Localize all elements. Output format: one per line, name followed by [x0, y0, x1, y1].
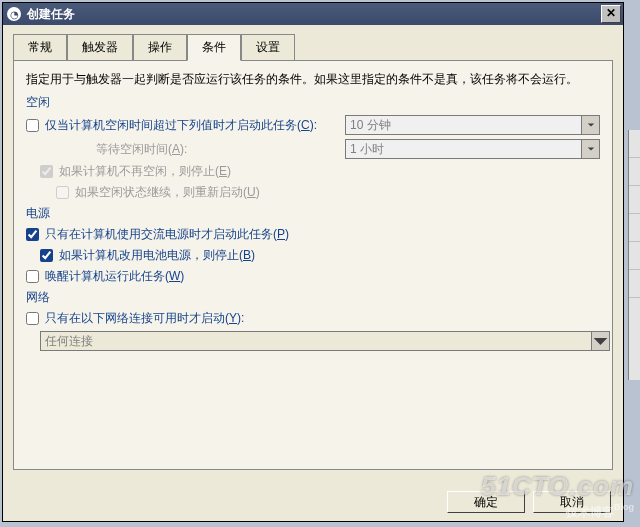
dropdown-wait-duration[interactable] [582, 139, 600, 159]
section-idle: 空闲 [26, 94, 600, 111]
checkbox-stop-on-battery[interactable] [40, 249, 53, 262]
label-stop-on-battery: 如果计算机改用电池电源，则停止(B) [59, 247, 255, 264]
conditions-panel: 指定用于与触发器一起判断是否应运行该任务的条件。如果这里指定的条件不是真，该任务… [13, 60, 613, 470]
row-wait-idle: 等待空闲时间(A): [56, 139, 600, 159]
label-restart-if-idle: 如果空闲状态继续，则重新启动(U) [75, 184, 260, 201]
tab-settings[interactable]: 设置 [241, 34, 295, 61]
checkbox-on-ac-only[interactable] [26, 228, 39, 241]
input-network-connection[interactable] [40, 331, 592, 351]
close-icon[interactable]: ✕ [601, 5, 621, 23]
checkbox-restart-if-idle[interactable] [56, 186, 69, 199]
tab-triggers[interactable]: 触发器 [67, 34, 133, 61]
input-wait-duration[interactable] [345, 139, 582, 159]
checkbox-stop-if-not-idle[interactable] [40, 165, 53, 178]
checkbox-wake[interactable] [26, 270, 39, 283]
tab-conditions[interactable]: 条件 [187, 34, 241, 61]
tab-strip: 常规 触发器 操作 条件 设置 [13, 33, 613, 60]
section-power: 电源 [26, 205, 600, 222]
dropdown-idle-duration[interactable] [582, 115, 600, 135]
row-stop-if-not-idle: 如果计算机不再空闲，则停止(E) [40, 163, 600, 180]
section-network: 网络 [26, 289, 600, 306]
combo-idle-duration [345, 115, 600, 135]
label-start-if-idle: 仅当计算机空闲时间超过下列值时才启动此任务(C): [45, 117, 317, 134]
combo-network-connection [40, 331, 610, 351]
label-wake: 唤醒计算机运行此任务(W) [45, 268, 184, 285]
row-wake: 唤醒计算机运行此任务(W) [26, 268, 600, 285]
tab-general[interactable]: 常规 [13, 34, 67, 61]
row-start-if-idle: 仅当计算机空闲时间超过下列值时才启动此任务(C): [26, 115, 600, 135]
row-on-ac-only: 只有在计算机使用交流电源时才启动此任务(P) [26, 226, 600, 243]
input-idle-duration[interactable] [345, 115, 582, 135]
row-only-if-network: 只有在以下网络连接可用时才启动(Y): [26, 310, 600, 327]
label-only-if-network: 只有在以下网络连接可用时才启动(Y): [45, 310, 244, 327]
title-text: 创建任务 [27, 6, 601, 23]
row-stop-on-battery: 如果计算机改用电池电源，则停止(B) [40, 247, 600, 264]
row-restart-if-idle: 如果空闲状态继续，则重新启动(U) [56, 184, 600, 201]
titlebar[interactable]: ◔ 创建任务 ✕ [3, 3, 623, 25]
panel-description: 指定用于与触发器一起判断是否应运行该任务的条件。如果这里指定的条件不是真，该任务… [26, 71, 600, 88]
checkbox-start-if-idle[interactable] [26, 119, 39, 132]
label-on-ac-only: 只有在计算机使用交流电源时才启动此任务(P) [45, 226, 289, 243]
label-wait-idle: 等待空闲时间(A): [96, 141, 187, 158]
app-icon: ◔ [7, 7, 21, 21]
background-panel-edge [628, 130, 640, 380]
cancel-button[interactable]: 取消 [533, 491, 611, 513]
dialog-footer: 确定 取消 [447, 491, 611, 513]
create-task-dialog: ◔ 创建任务 ✕ 常规 触发器 操作 条件 设置 指定用于与触发器一起判断是否应… [2, 2, 624, 522]
checkbox-only-if-network[interactable] [26, 312, 39, 325]
label-stop-if-not-idle: 如果计算机不再空闲，则停止(E) [59, 163, 231, 180]
tab-actions[interactable]: 操作 [133, 34, 187, 61]
combo-wait-duration [345, 139, 600, 159]
dropdown-network-connection[interactable] [592, 331, 610, 351]
ok-button[interactable]: 确定 [447, 491, 525, 513]
